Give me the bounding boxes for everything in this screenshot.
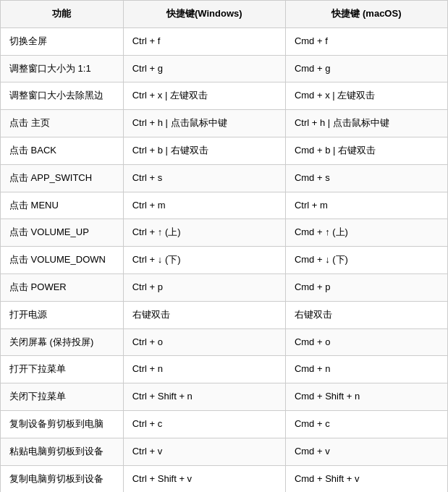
windows-shortcut-cell: Ctrl + g [123, 55, 285, 82]
table-row: 关闭下拉菜单Ctrl + Shift + nCmd + Shift + n [1, 383, 448, 411]
col-header-macos: 快捷键 (macOS) [285, 1, 447, 28]
table-row: 点击 POWERCtrl + pCmd + p [1, 273, 448, 301]
windows-shortcut-cell: Ctrl + h | 点击鼠标中键 [123, 110, 285, 137]
col-header-windows: 快捷键(Windows) [123, 1, 285, 28]
windows-shortcut-cell: Ctrl + f [123, 27, 285, 55]
table-row: 点击 APP_SWITCHCtrl + sCmd + s [1, 164, 448, 192]
windows-shortcut-cell: Ctrl + s [123, 164, 285, 192]
macos-shortcut-cell: Ctrl + h | 点击鼠标中键 [285, 110, 447, 137]
windows-shortcut-cell: Ctrl + o [123, 328, 285, 356]
windows-shortcut-cell: Ctrl + Shift + v [123, 465, 285, 492]
macos-shortcut-cell: Cmd + Shift + v [285, 465, 447, 492]
feature-cell: 调整窗口大小为 1:1 [1, 55, 124, 82]
table-row: 点击 BACKCtrl + b | 右键双击Cmd + b | 右键双击 [1, 137, 448, 164]
table-row: 点击 VOLUME_DOWNCtrl + ↓ (下)Cmd + ↓ (下) [1, 247, 448, 274]
macos-shortcut-cell: Cmd + g [285, 55, 447, 82]
windows-shortcut-cell: Ctrl + x | 左键双击 [123, 82, 285, 110]
macos-shortcut-cell: Cmd + b | 右键双击 [285, 137, 447, 164]
feature-cell: 点击 POWER [1, 273, 124, 301]
table-row: 切换全屏Ctrl + fCmd + f [1, 27, 448, 55]
feature-cell: 点击 主页 [1, 110, 124, 137]
table-row: 关闭屏幕 (保持投屏)Ctrl + oCmd + o [1, 328, 448, 356]
feature-cell: 点击 BACK [1, 137, 124, 164]
table-row: 点击 主页Ctrl + h | 点击鼠标中键Ctrl + h | 点击鼠标中键 [1, 110, 448, 137]
windows-shortcut-cell: Ctrl + c [123, 410, 285, 438]
feature-cell: 打开下拉菜单 [1, 356, 124, 383]
feature-cell: 关闭下拉菜单 [1, 383, 124, 411]
windows-shortcut-cell: Ctrl + n [123, 356, 285, 383]
macos-shortcut-cell: Cmd + ↑ (上) [285, 219, 447, 247]
macos-shortcut-cell: Cmd + v [285, 438, 447, 465]
macos-shortcut-cell: Cmd + p [285, 273, 447, 301]
macos-shortcut-cell: Cmd + x | 左键双击 [285, 82, 447, 110]
table-row: 打开下拉菜单Ctrl + nCmd + n [1, 356, 448, 383]
windows-shortcut-cell: Ctrl + v [123, 438, 285, 465]
macos-shortcut-cell: 右键双击 [285, 301, 447, 328]
shortcuts-table: 功能 快捷键(Windows) 快捷键 (macOS) 切换全屏Ctrl + f… [0, 0, 448, 492]
feature-cell: 切换全屏 [1, 27, 124, 55]
table-row: 调整窗口大小去除黑边Ctrl + x | 左键双击Cmd + x | 左键双击 [1, 82, 448, 110]
table-row: 复制设备剪切板到电脑Ctrl + cCmd + c [1, 410, 448, 438]
windows-shortcut-cell: Ctrl + ↑ (上) [123, 219, 285, 247]
windows-shortcut-cell: Ctrl + p [123, 273, 285, 301]
macos-shortcut-cell: Cmd + c [285, 410, 447, 438]
feature-cell: 复制电脑剪切板到设备 [1, 465, 124, 492]
windows-shortcut-cell: 右键双击 [123, 301, 285, 328]
macos-shortcut-cell: Cmd + o [285, 328, 447, 356]
table-row: 调整窗口大小为 1:1Ctrl + gCmd + g [1, 55, 448, 82]
macos-shortcut-cell: Cmd + f [285, 27, 447, 55]
macos-shortcut-cell: Cmd + n [285, 356, 447, 383]
macos-shortcut-cell: Cmd + s [285, 164, 447, 192]
table-row: 点击 MENUCtrl + mCtrl + m [1, 192, 448, 219]
table-row: 打开电源右键双击右键双击 [1, 301, 448, 328]
windows-shortcut-cell: Ctrl + m [123, 192, 285, 219]
macos-shortcut-cell: Cmd + ↓ (下) [285, 247, 447, 274]
table-row: 粘贴电脑剪切板到设备Ctrl + vCmd + v [1, 438, 448, 465]
feature-cell: 打开电源 [1, 301, 124, 328]
feature-cell: 复制设备剪切板到电脑 [1, 410, 124, 438]
feature-cell: 粘贴电脑剪切板到设备 [1, 438, 124, 465]
feature-cell: 点击 APP_SWITCH [1, 164, 124, 192]
col-header-feature: 功能 [1, 1, 124, 28]
windows-shortcut-cell: Ctrl + ↓ (下) [123, 247, 285, 274]
feature-cell: 点击 VOLUME_DOWN [1, 247, 124, 274]
feature-cell: 点击 VOLUME_UP [1, 219, 124, 247]
windows-shortcut-cell: Ctrl + b | 右键双击 [123, 137, 285, 164]
feature-cell: 关闭屏幕 (保持投屏) [1, 328, 124, 356]
feature-cell: 点击 MENU [1, 192, 124, 219]
table-row: 复制电脑剪切板到设备Ctrl + Shift + vCmd + Shift + … [1, 465, 448, 492]
macos-shortcut-cell: Cmd + Shift + n [285, 383, 447, 411]
windows-shortcut-cell: Ctrl + Shift + n [123, 383, 285, 411]
table-row: 点击 VOLUME_UPCtrl + ↑ (上)Cmd + ↑ (上) [1, 219, 448, 247]
macos-shortcut-cell: Ctrl + m [285, 192, 447, 219]
feature-cell: 调整窗口大小去除黑边 [1, 82, 124, 110]
